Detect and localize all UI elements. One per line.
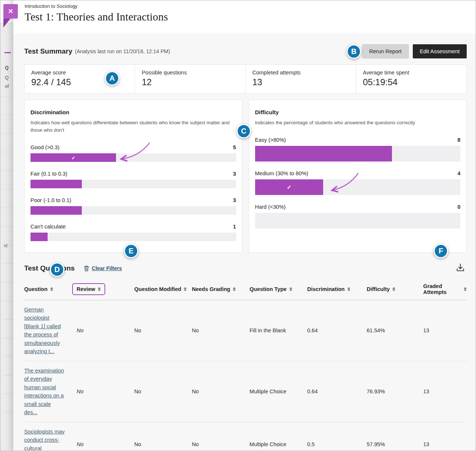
bar-count: 3	[233, 197, 236, 203]
discrimination-bar-poor: Poor (-1.0 to 0.1) 3	[30, 197, 236, 215]
bar-count: 8	[457, 137, 460, 143]
clear-filters-label: Clear Filters	[92, 265, 122, 271]
sort-icon	[98, 287, 101, 291]
rerun-report-button[interactable]: Rerun Report	[362, 44, 409, 58]
bar-count: 4	[457, 170, 460, 176]
stat-value: 12	[142, 77, 238, 87]
column-label: Graded Attempts	[423, 283, 461, 295]
graded-attempts-value: 13	[423, 327, 467, 333]
course-name: Introduction to Sociology	[25, 3, 476, 9]
test-summary-header: Test Summary (Analysis last run on 11/20…	[24, 44, 467, 58]
test-analysis-panel: Introduction to Sociology Test 1: Theori…	[13, 0, 476, 451]
difficulty-bar-hard: Hard (<30%) 0	[255, 204, 461, 228]
bar-fill	[255, 146, 392, 161]
test-questions-table: Question Review Question Modified	[24, 279, 467, 451]
question-modified-value: No	[134, 327, 192, 333]
page-title: Test 1: Theories and Interactions	[25, 11, 476, 23]
question-link[interactable]: The examination of everyday human social…	[24, 368, 64, 415]
column-label: Question Type	[250, 286, 287, 292]
question-link[interactable]: German sociologist [Blank 1] called the …	[24, 307, 61, 354]
bar-fill: ✓	[255, 179, 324, 195]
close-button-ribbon	[3, 19, 10, 28]
bar-track: ✓	[255, 179, 461, 195]
difficulty-bar-medium: Medium (30% to 80%) 4 ✓	[255, 170, 461, 195]
background-text-fragment: Q	[5, 65, 9, 70]
bar-count: 3	[233, 171, 236, 177]
annotation-badge-a: A	[105, 71, 119, 86]
column-header-question-type[interactable]: Question Type	[250, 286, 307, 292]
background-text-fragment: of	[5, 83, 9, 89]
bar-fill	[30, 206, 82, 215]
review-value: No	[77, 388, 134, 394]
bar-count: 1	[233, 224, 236, 230]
question-type-value: Multiple Choice	[250, 441, 307, 447]
annotation-badge-b: B	[347, 44, 361, 59]
table-header-row: Question Review Question Modified	[24, 279, 467, 300]
column-header-difficulty[interactable]: Difficulty	[367, 286, 423, 292]
graded-attempts-value: 13	[423, 441, 467, 447]
check-icon: ✓	[71, 155, 75, 160]
stat-label: Possible questions	[142, 70, 238, 76]
background-page: Q Q of st	[0, 0, 13, 451]
question-type-value: Multiple Choice	[250, 388, 307, 394]
trash-icon	[84, 265, 89, 271]
difficulty-value: 57.95%	[367, 441, 423, 447]
sort-icon	[184, 287, 187, 291]
bar-label: Good (>0.3)	[30, 144, 60, 150]
panel-content: Test Summary (Analysis last run on 11/20…	[13, 33, 476, 451]
column-header-needs-grading[interactable]: Needs Grading	[192, 286, 250, 292]
discrimination-value: 0.5	[307, 441, 367, 447]
table-row: Sociologists may conduct cross-cultural …	[24, 422, 467, 451]
column-header-graded-attempts[interactable]: Graded Attempts	[423, 283, 467, 295]
bar-track: ✓	[30, 153, 236, 162]
annotation-badge-d: D	[50, 262, 64, 277]
bar-label: Poor (-1.0 to 0.1)	[30, 197, 71, 203]
question-link[interactable]: Sociologists may conduct cross-cultural …	[24, 429, 65, 451]
graded-attempts-value: 13	[423, 388, 467, 394]
difficulty-title: Difficulty	[255, 109, 461, 115]
column-label: Question Modified	[134, 286, 181, 292]
discrimination-card: Discrimination Indicates how well questi…	[24, 100, 242, 253]
column-header-question-modified[interactable]: Question Modified	[134, 286, 192, 292]
bar-label: Can't calculate	[30, 224, 66, 230]
background-accent-fragment	[4, 52, 11, 53]
annotation-badge-c: C	[237, 124, 251, 138]
summary-actions: Rerun Report Edit Assessment	[362, 44, 467, 58]
test-questions-title: Test Questions	[24, 264, 75, 272]
discrimination-bar-good: Good (>0.3) 5 ✓	[30, 144, 236, 162]
discrimination-description: Indicates how well questions differentia…	[30, 119, 236, 134]
column-label: Question	[24, 286, 48, 292]
close-button[interactable]: ✕	[3, 4, 18, 19]
annotation-badge-e: E	[124, 244, 138, 258]
bar-track	[255, 213, 461, 228]
edit-assessment-button[interactable]: Edit Assessment	[413, 44, 467, 58]
sort-icon	[464, 287, 467, 291]
sort-icon	[392, 287, 395, 291]
difficulty-bar-easy: Easy (>80%) 8	[255, 137, 461, 161]
review-filter-highlight: Review	[72, 283, 105, 295]
sort-icon	[233, 287, 236, 291]
discrimination-value: 0.64	[307, 327, 367, 333]
bar-fill	[30, 233, 48, 241]
discrimination-bar-fair: Fair (0.1 to 0.3) 3	[30, 171, 236, 188]
difficulty-description: Indicates the percentage of students who…	[255, 119, 461, 127]
download-button[interactable]	[454, 261, 467, 275]
needs-grading-value: No	[192, 388, 250, 394]
question-modified-value: No	[134, 441, 192, 447]
sort-icon	[50, 287, 53, 291]
review-value: No	[77, 441, 134, 447]
column-header-review[interactable]: Review	[77, 283, 134, 295]
panel-header: Introduction to Sociology Test 1: Theori…	[13, 0, 476, 33]
bar-fill: ✓	[30, 153, 116, 162]
background-text-fragment: st	[4, 243, 7, 248]
background-text-fragment: Q	[5, 75, 9, 80]
question-type-value: Fill in the Blank	[250, 327, 307, 333]
bar-count: 0	[457, 204, 460, 210]
test-questions-header: Test Questions Clear Filters	[24, 261, 467, 275]
clear-filters-link[interactable]: Clear Filters	[84, 265, 122, 271]
column-label: Difficulty	[367, 286, 390, 292]
bar-track	[30, 233, 236, 241]
column-header-question[interactable]: Question	[24, 286, 77, 292]
column-header-discrimination[interactable]: Discrimination	[307, 286, 367, 292]
sort-icon	[289, 287, 292, 291]
